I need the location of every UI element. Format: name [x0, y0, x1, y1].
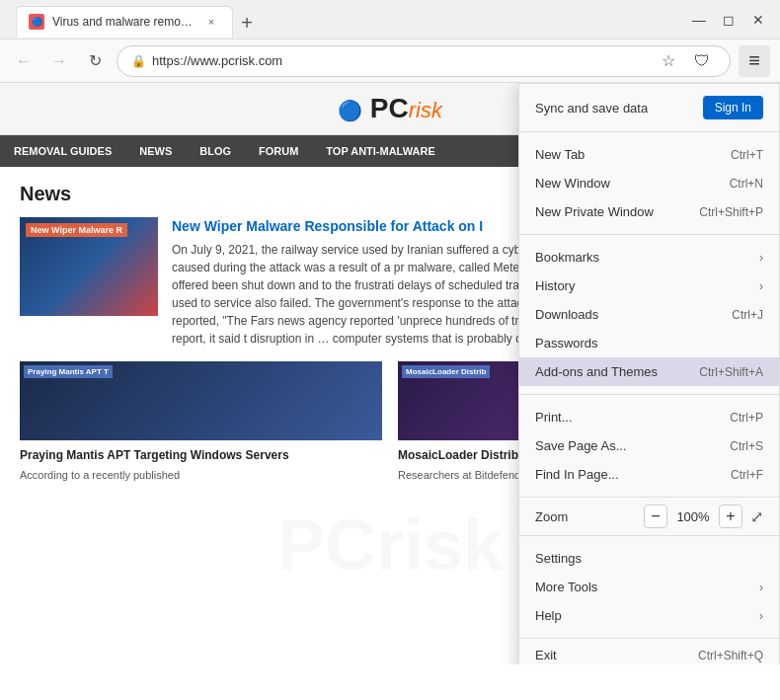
bookmarks-label: Bookmarks: [535, 250, 599, 265]
card2-label: MosaicLoader Distrib: [402, 365, 490, 378]
card1-title[interactable]: Praying Mantis APT Targeting Windows Ser…: [20, 448, 382, 464]
menu-item-new-tab[interactable]: New Tab Ctrl+T: [519, 140, 779, 169]
addons-shortcut: Ctrl+Shift+A: [699, 365, 763, 379]
nav-blog[interactable]: BLOG: [186, 135, 245, 167]
history-label: History: [535, 278, 575, 293]
menu-item-bookmarks[interactable]: Bookmarks ›: [519, 243, 779, 272]
menu-section-zoom: Zoom − 100% + ⤢: [519, 498, 779, 536]
menu-section-page: Print... Ctrl+P Save Page As... Ctrl+S F…: [519, 395, 779, 498]
zoom-out-button[interactable]: −: [644, 505, 667, 528]
addons-label: Add-ons and Themes: [535, 364, 658, 379]
logo-risk: risk: [409, 98, 442, 122]
print-shortcut: Ctrl+P: [730, 411, 763, 425]
close-button[interactable]: ✕: [746, 8, 770, 32]
card1-text: According to a recently published: [20, 468, 382, 483]
menu-item-help[interactable]: Help ›: [519, 601, 779, 630]
url-bar[interactable]: 🔒 https://www.pcrisk.com ☆ 🛡: [117, 45, 731, 77]
downloads-label: Downloads: [535, 307, 598, 322]
downloads-shortcut: Ctrl+J: [732, 308, 763, 322]
menu-item-new-private-window[interactable]: New Private Window Ctrl+Shift+P: [519, 197, 779, 226]
menu-item-new-window[interactable]: New Window Ctrl+N: [519, 169, 779, 197]
new-window-shortcut: Ctrl+N: [730, 177, 763, 191]
menu-item-save-page[interactable]: Save Page As... Ctrl+S: [519, 431, 779, 460]
new-tab-button[interactable]: +: [233, 10, 261, 38]
zoom-value: 100%: [675, 509, 711, 524]
title-bar: 🔵 Virus and malware removal inst... × + …: [0, 0, 780, 39]
lock-icon: 🔒: [131, 54, 146, 68]
nav-forum[interactable]: FORUM: [245, 135, 312, 167]
menu-section-tabs: New Tab Ctrl+T New Window Ctrl+N New Pri…: [519, 132, 779, 235]
browser-dropdown-menu: Sync and save data Sign In New Tab Ctrl+…: [518, 83, 780, 664]
help-label: Help: [535, 608, 562, 623]
print-label: Print...: [535, 410, 573, 425]
sign-in-button[interactable]: Sign In: [703, 96, 763, 119]
find-label: Find In Page...: [535, 467, 619, 482]
nav-removal-guides[interactable]: REMOVAL GUIDES: [0, 135, 125, 167]
page-content: 🔵 PCrisk REMOVAL GUIDES NEWS BLOG FORUM …: [0, 83, 780, 664]
new-private-window-label: New Private Window: [535, 204, 654, 219]
history-arrow: ›: [759, 279, 763, 293]
news-card-1: Praying Mantis APT T Praying Mantis APT …: [20, 361, 382, 483]
menu-item-downloads[interactable]: Downloads Ctrl+J: [519, 300, 779, 329]
thumb-label: New Wiper Malware R: [26, 223, 127, 237]
address-bar: ← → ↻ 🔒 https://www.pcrisk.com ☆ 🛡 ≡: [0, 39, 780, 83]
menu-section-exit: Exit Ctrl+Shift+Q: [519, 639, 779, 664]
window-controls: — ◻ ✕: [687, 8, 770, 32]
zoom-expand-icon[interactable]: ⤢: [750, 507, 763, 526]
card1-thumbnail: Praying Mantis APT T: [20, 361, 382, 440]
back-button[interactable]: ←: [10, 47, 38, 75]
logo-dot-icon: 🔵: [338, 100, 362, 121]
menu-section-bookmarks: Bookmarks › History › Downloads Ctrl+J P…: [519, 235, 779, 395]
menu-item-print[interactable]: Print... Ctrl+P: [519, 403, 779, 431]
article-thumbnail: New Wiper Malware R: [20, 217, 158, 316]
menu-item-settings[interactable]: Settings: [519, 544, 779, 573]
exit-label: Exit: [535, 648, 557, 662]
zoom-controls: − 100% + ⤢: [644, 505, 763, 528]
menu-item-addons[interactable]: Add-ons and Themes Ctrl+Shift+A: [519, 357, 779, 386]
nav-news[interactable]: NEWS: [125, 135, 186, 167]
tab-favicon: 🔵: [29, 14, 44, 30]
menu-item-passwords[interactable]: Passwords: [519, 329, 779, 357]
zoom-label: Zoom: [535, 509, 568, 524]
menu-item-history[interactable]: History ›: [519, 272, 779, 300]
sync-section: Sync and save data Sign In: [519, 84, 779, 132]
menu-item-exit[interactable]: Exit Ctrl+Shift+Q: [519, 641, 779, 664]
active-tab[interactable]: 🔵 Virus and malware removal inst... ×: [16, 6, 233, 38]
zoom-in-button[interactable]: +: [719, 505, 742, 528]
reload-button[interactable]: ↻: [81, 47, 109, 75]
tab-close-button[interactable]: ×: [202, 13, 220, 31]
url-text: https://www.pcrisk.com: [152, 53, 649, 68]
more-tools-label: More Tools: [535, 580, 597, 594]
new-tab-shortcut: Ctrl+T: [731, 148, 763, 162]
watermark: PCrisk: [277, 505, 503, 585]
zoom-row: Zoom − 100% + ⤢: [519, 498, 779, 535]
tab-title: Virus and malware removal inst...: [52, 15, 195, 29]
help-arrow: ›: [759, 609, 763, 623]
find-shortcut: Ctrl+F: [731, 468, 763, 482]
forward-button[interactable]: →: [45, 47, 73, 75]
tab-bar: 🔵 Virus and malware removal inst... × +: [10, 2, 679, 38]
bookmarks-arrow: ›: [759, 251, 763, 265]
sync-label: Sync and save data: [535, 101, 648, 116]
site-logo: 🔵 PCrisk: [338, 93, 442, 124]
new-window-label: New Window: [535, 176, 610, 191]
new-private-window-shortcut: Ctrl+Shift+P: [699, 205, 763, 219]
menu-item-more-tools[interactable]: More Tools ›: [519, 573, 779, 601]
settings-label: Settings: [535, 551, 582, 566]
save-page-shortcut: Ctrl+S: [730, 439, 763, 453]
minimize-button[interactable]: —: [687, 8, 711, 32]
card1-label: Praying Mantis APT T: [24, 365, 113, 378]
nav-top-antimalware[interactable]: TOP ANTI-MALWARE: [312, 135, 448, 167]
new-tab-label: New Tab: [535, 147, 585, 162]
menu-section-settings: Settings More Tools › Help ›: [519, 536, 779, 639]
more-tools-arrow: ›: [759, 581, 763, 594]
maximize-button[interactable]: ◻: [717, 8, 741, 32]
menu-item-find-in-page[interactable]: Find In Page... Ctrl+F: [519, 460, 779, 489]
bookmark-icon[interactable]: ☆: [655, 47, 682, 75]
logo-pc: PC: [370, 93, 409, 123]
exit-shortcut: Ctrl+Shift+Q: [698, 649, 763, 662]
browser-menu-button[interactable]: ≡: [739, 45, 770, 77]
passwords-label: Passwords: [535, 336, 598, 350]
shield-icon[interactable]: 🛡: [688, 47, 716, 75]
save-page-label: Save Page As...: [535, 438, 627, 453]
